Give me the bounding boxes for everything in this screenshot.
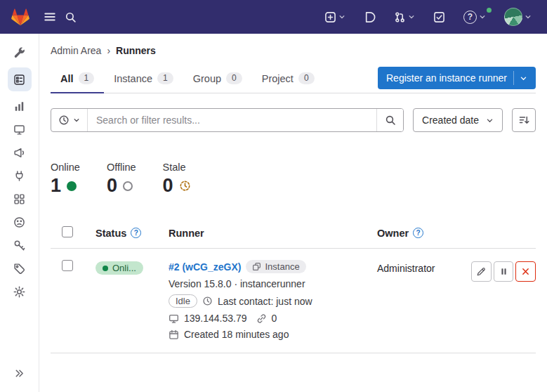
- stat-stale: Stale 0: [163, 162, 191, 195]
- top-navigation-bar: [0, 0, 547, 34]
- issues-icon[interactable]: [360, 7, 380, 27]
- tab-all[interactable]: All 1: [51, 65, 104, 93]
- help-dropdown[interactable]: [459, 6, 490, 28]
- stat-online: Online 1: [51, 162, 80, 195]
- gitlab-logo-icon[interactable]: [11, 8, 29, 26]
- sort-by-dropdown[interactable]: Created date: [413, 108, 503, 132]
- key-icon: [13, 240, 25, 251]
- online-status-dot-icon: [67, 181, 77, 191]
- sidebar-item-settings[interactable]: [8, 280, 32, 303]
- tab-project[interactable]: Project 0: [252, 65, 324, 93]
- runner-version-info: Version 15.8.0 · instancerunner: [169, 278, 305, 289]
- sort-dropdown-label: Created date: [422, 115, 479, 126]
- chevron-down-icon: [73, 117, 80, 124]
- search-button[interactable]: [376, 109, 403, 131]
- hamburger-menu-icon[interactable]: [39, 6, 60, 27]
- history-clock-icon: [58, 115, 70, 126]
- sidebar-item-monitoring[interactable]: [8, 118, 32, 141]
- register-button-dropdown-toggle[interactable]: [513, 71, 533, 85]
- sidebar-item-applications[interactable]: [8, 188, 32, 211]
- runner-name-link[interactable]: #2 (wCG_zeGX): [169, 261, 241, 273]
- monitor-icon: [169, 313, 179, 324]
- apps-grid-icon: [13, 193, 25, 205]
- runner-tabs-row: All 1 Instance 1 Group 0 Project 0: [51, 65, 536, 93]
- sidebar-item-labels[interactable]: [8, 257, 32, 280]
- stat-value: 1: [51, 176, 61, 195]
- sidebar-item-messages[interactable]: [8, 141, 32, 164]
- megaphone-icon: [13, 147, 25, 159]
- sort-direction-button[interactable]: [512, 108, 536, 132]
- tab-instance[interactable]: Instance 1: [104, 65, 183, 93]
- merge-request-icon: [394, 11, 406, 23]
- runner-ip-address: 139.144.53.79: [184, 313, 247, 324]
- breadcrumb: Admin Area › Runners: [51, 45, 536, 56]
- sidebar-item-overview[interactable]: [8, 67, 32, 91]
- new-plus-dropdown[interactable]: [320, 7, 350, 27]
- column-header-status: Status: [95, 228, 126, 239]
- select-all-checkbox[interactable]: [62, 226, 73, 237]
- tab-count-badge: 0: [226, 72, 242, 84]
- search-input[interactable]: [88, 109, 376, 131]
- user-menu-dropdown[interactable]: [500, 4, 536, 30]
- sidebar-item-system-hooks[interactable]: [8, 164, 32, 188]
- face-icon: [13, 216, 25, 228]
- merge-requests-dropdown[interactable]: [390, 7, 419, 27]
- monitor-icon: [13, 124, 25, 136]
- sidebar-item-analytics[interactable]: [8, 95, 32, 118]
- sidebar-item-abuse-reports[interactable]: [8, 211, 32, 234]
- pencil-icon: [476, 267, 486, 277]
- breadcrumb-separator: ›: [107, 45, 110, 56]
- sidebar-collapse-button[interactable]: [8, 362, 32, 385]
- help-notification-dot: [487, 8, 492, 13]
- runner-status-stats: Online 1 Offline 0 Stale 0: [51, 162, 536, 195]
- main-content: Admin Area › Runners All 1 Instance 1 Gr…: [39, 34, 547, 392]
- sidebar-item-deploy-keys[interactable]: [8, 234, 32, 257]
- breadcrumb-runners: Runners: [116, 45, 156, 56]
- wrench-icon: [13, 46, 25, 58]
- online-badge-label: Onli...: [112, 263, 136, 273]
- chevron-down-icon: [520, 74, 527, 82]
- register-instance-runner-button[interactable]: Register an instance runner: [378, 67, 536, 89]
- stat-label: Offline: [107, 162, 136, 173]
- runner-last-contact: Last contact: just now: [218, 296, 312, 307]
- status-help-icon[interactable]: [131, 228, 141, 238]
- pause-icon: [499, 267, 508, 276]
- column-header-owner: Owner: [377, 228, 409, 239]
- runner-created-ago: Created 18 minutes ago: [184, 329, 289, 340]
- pause-runner-button[interactable]: [494, 261, 514, 282]
- filter-history-dropdown[interactable]: [51, 109, 88, 131]
- tab-label: All: [60, 73, 74, 84]
- instance-documents-icon: [252, 262, 261, 271]
- runner-owner: Administrator: [377, 260, 471, 274]
- stat-value: 0: [107, 176, 117, 195]
- link-icon: [256, 313, 267, 324]
- chevron-down-icon: [479, 13, 486, 20]
- search-filter-group: [51, 108, 404, 132]
- todos-icon[interactable]: [429, 7, 449, 27]
- delete-runner-button[interactable]: [515, 261, 536, 282]
- tab-group[interactable]: Group 0: [183, 65, 252, 93]
- gitlab-admin-runners-page: Admin Area › Runners All 1 Instance 1 Gr…: [0, 0, 547, 392]
- clock-icon: [202, 296, 213, 306]
- row-checkbox[interactable]: [62, 260, 73, 271]
- sort-descending-icon: [518, 115, 529, 126]
- runner-row-actions: [471, 260, 536, 282]
- runner-tabs: All 1 Instance 1 Group 0 Project 0: [51, 65, 378, 93]
- filter-toolbar: Created date: [51, 108, 536, 132]
- sidebar-item-admin-wrench[interactable]: [8, 41, 32, 64]
- calendar-icon: [169, 329, 179, 340]
- runner-type-badge: Instance: [246, 260, 305, 273]
- chevron-down-icon: [525, 13, 532, 20]
- edit-runner-button[interactable]: [471, 261, 492, 282]
- owner-help-icon[interactable]: [413, 228, 423, 238]
- plug-hook-icon: [13, 170, 25, 182]
- runner-online-status-badge: Onli...: [95, 261, 143, 275]
- breadcrumb-admin-area[interactable]: Admin Area: [51, 45, 101, 56]
- help-question-icon: [463, 11, 477, 24]
- runner-jobs-count: 0: [272, 313, 277, 324]
- stat-label: Stale: [163, 162, 191, 173]
- global-search-icon[interactable]: [60, 7, 81, 27]
- stat-offline: Offline 0: [107, 162, 136, 195]
- bar-chart-icon: [13, 100, 25, 112]
- runner-idle-badge: Idle: [169, 294, 197, 308]
